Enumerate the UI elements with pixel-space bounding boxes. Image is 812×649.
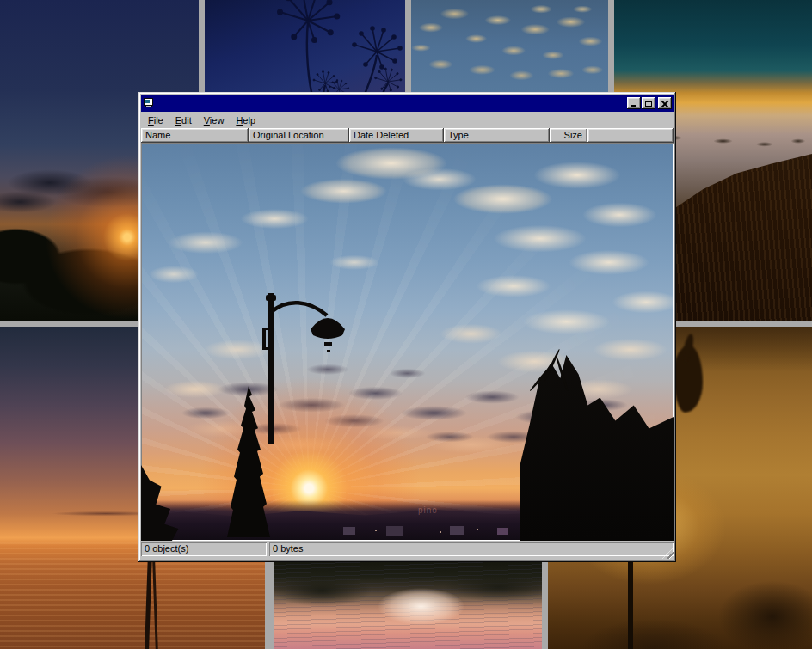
wallpaper-photo-pink-water-reflection <box>274 560 542 649</box>
wallpaper-photo-cloud-flecked-sky <box>411 0 608 92</box>
computer-icon <box>143 98 155 109</box>
photo-watermark: pino <box>418 505 438 515</box>
city-light <box>477 529 478 530</box>
title-bar[interactable] <box>141 95 674 112</box>
close-icon <box>661 101 668 107</box>
street-lamp-silhouette <box>261 293 365 444</box>
building-shape <box>450 526 464 535</box>
list-view-area[interactable]: pino <box>141 143 674 541</box>
column-header-original-location[interactable]: Original Location <box>249 128 349 143</box>
status-bar: 0 object(s) 0 bytes <box>141 541 674 560</box>
base-shape <box>145 106 152 107</box>
column-header-date-deleted[interactable]: Date Deleted <box>349 128 444 143</box>
maximize-button[interactable] <box>642 97 655 109</box>
screen-shape <box>145 100 150 103</box>
menu-item-edit[interactable]: Edit <box>169 113 198 127</box>
wallpaper-photo-plant-silhouettes <box>205 0 405 95</box>
maximize-icon <box>645 101 652 107</box>
minimize-button[interactable] <box>627 97 641 109</box>
plant-silhouette-graphic <box>205 0 405 95</box>
building-shape <box>386 526 403 536</box>
column-header-empty[interactable] <box>587 128 674 143</box>
city-light <box>375 530 377 531</box>
menu-item-file[interactable]: File <box>142 113 169 127</box>
menu-item-view[interactable]: View <box>198 113 231 127</box>
pole-silhouette <box>628 555 633 649</box>
minimize-icon <box>631 105 636 107</box>
city-light <box>440 531 441 533</box>
status-bytes: 0 bytes <box>269 542 674 556</box>
menu-item-help[interactable]: Help <box>230 113 261 127</box>
desktop-background: File Edit View Help Name Original Locati… <box>0 0 812 649</box>
column-header-type[interactable]: Type <box>444 128 550 143</box>
recycle-bin-window: File Edit View Help Name Original Locati… <box>138 92 676 562</box>
building-shape <box>497 528 508 535</box>
window-controls <box>626 97 672 109</box>
column-header-size[interactable]: Size <box>550 128 587 143</box>
menu-bar: File Edit View Help <box>141 112 674 128</box>
column-headers: Name Original Location Date Deleted Type… <box>141 128 674 143</box>
building-shape <box>343 527 355 535</box>
column-header-name[interactable]: Name <box>141 128 249 143</box>
status-objects: 0 object(s) <box>141 542 267 556</box>
close-button[interactable] <box>658 97 672 109</box>
